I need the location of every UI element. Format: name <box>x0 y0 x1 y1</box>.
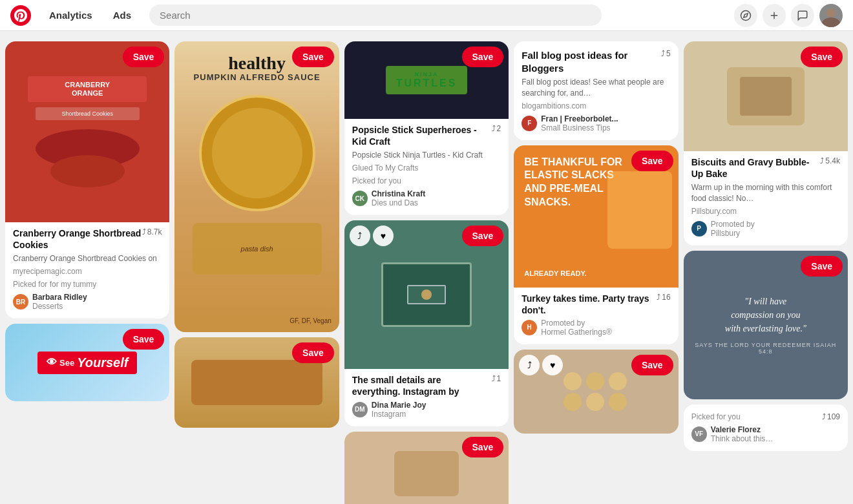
pin-card-compassion-quote[interactable]: "I will havecompassion on youwith everla… <box>684 251 848 399</box>
pin-card-see-yourself[interactable]: 👁 See Yourself Save <box>5 324 169 401</box>
svg-point-4 <box>827 8 836 17</box>
column-1: CRANBERRYORANGE Shortbread Cookies Save … <box>5 41 169 401</box>
user-info: H Promoted by Hormel Gatherings® <box>521 319 670 337</box>
user-board: Think about this… <box>711 434 774 443</box>
add-icon-btn[interactable] <box>763 4 786 27</box>
pin-card-fall-blog[interactable]: Fall blog post ideas for Bloggers ⤴ 5 Fa… <box>514 41 678 140</box>
user-info: P Promoted by Pillsbury <box>691 220 840 238</box>
user-avatar-small: VF <box>691 426 707 442</box>
pin-desc: Cranberry Orange Shortbread Cookies on <box>13 253 162 264</box>
save-button[interactable]: Save <box>801 256 843 277</box>
user-info: DM Dina Marie Joy Instagram <box>352 401 501 419</box>
user-name: Christina Kraft <box>372 189 425 198</box>
column-5: Save Biscuits and Gravy Bubble-Up Bake ⤴… <box>684 41 848 451</box>
pin-info: Picked for you ⤴ 109 VF Valerie Florez T… <box>684 404 848 451</box>
save-button[interactable]: Save <box>292 47 334 67</box>
save-icon: ⤴ <box>142 227 146 236</box>
save-button[interactable]: Save <box>462 437 504 457</box>
pin-card-biscuits-save[interactable]: Save ⤴ ♥ <box>514 350 678 434</box>
share-button[interactable]: ⤴ <box>350 226 370 246</box>
save-count: ⤴ 5 <box>661 49 671 58</box>
nav-analytics[interactable]: Analytics <box>41 6 100 25</box>
pin-grid: CRANBERRYORANGE Shortbread Cookies Save … <box>0 31 853 504</box>
user-info: F Fran | Freeborbolet... Small Business … <box>521 114 670 132</box>
user-name: Dina Marie Joy <box>372 401 426 410</box>
user-avatar-small: H <box>521 320 537 335</box>
save-button[interactable]: Save <box>123 329 165 350</box>
user-avatar-small: P <box>691 221 707 236</box>
user-board: Small Business Tips <box>541 123 618 132</box>
pin-info: The small details are everything. Instag… <box>344 369 509 426</box>
search-input[interactable] <box>149 5 602 26</box>
column-2: healthy Pumpkin Alfredo Sauce pasta dish… <box>174 41 339 428</box>
pinterest-logo[interactable] <box>10 5 31 26</box>
pin-title: Popsicle Stick Superheroes - Kid Craft <box>352 124 492 147</box>
svg-point-5 <box>822 17 840 27</box>
pin-card-hormel-ad[interactable]: BE THANKFUL FOR ELASTIC SLACKS AND PRE-M… <box>514 145 678 344</box>
masonry-grid: CRANBERRYORANGE Shortbread Cookies Save … <box>5 41 848 504</box>
user-board: Hormel Gatherings® <box>541 328 612 337</box>
user-avatar-small: BR <box>13 294 28 310</box>
pin-title: The small details are everything. Instag… <box>352 374 492 397</box>
pin-card-picked-item[interactable]: Picked for you ⤴ 109 VF Valerie Florez T… <box>684 404 848 451</box>
user-info: BR Barbara Ridley Desserts <box>13 293 162 311</box>
user-board: Desserts <box>32 302 87 311</box>
save-count: ⤴ 109 <box>822 412 840 421</box>
nav-ads[interactable]: Ads <box>105 6 139 25</box>
save-button[interactable]: Save <box>631 355 673 375</box>
promoted-label: Promoted by <box>541 319 612 328</box>
save-count: ⤴ 2 <box>492 124 501 133</box>
explore-icon-btn[interactable] <box>734 4 757 27</box>
user-info: VF Valerie Florez Think about this… <box>691 425 840 443</box>
user-avatar[interactable] <box>819 4 843 27</box>
user-board: Instagram <box>372 410 426 419</box>
header-right <box>734 4 843 27</box>
svg-marker-1 <box>744 13 748 17</box>
pin-card-food-col3[interactable]: Save <box>344 432 509 504</box>
pin-info: Fall blog post ideas for Bloggers ⤴ 5 Fa… <box>514 41 678 140</box>
pin-desc: Fall blog post ideas! See what people ar… <box>521 77 670 99</box>
save-button[interactable]: Save <box>462 226 504 246</box>
messages-icon-btn[interactable] <box>791 4 814 27</box>
pin-card-pumpkin-alfredo[interactable]: healthy Pumpkin Alfredo Sauce pasta dish… <box>174 41 339 332</box>
pin-card-teal-dresser[interactable]: Save ⤴ ♥ The small details are everythin… <box>344 220 509 426</box>
user-board: Pillsbury <box>711 229 755 238</box>
column-4: Fall blog post ideas for Bloggers ⤴ 5 Fa… <box>514 41 678 434</box>
save-button[interactable]: Save <box>462 47 504 67</box>
pin-info: Popsicle Stick Superheroes - Kid Craft ⤴… <box>344 119 509 215</box>
main-nav: Analytics Ads <box>41 6 139 25</box>
picked-for-label: Picked for you <box>691 412 741 421</box>
pin-title: Biscuits and Gravy Bubble-Up Bake <box>691 156 821 180</box>
pin-desc: Popsicle Stick Ninja Turtles - Kid Craft <box>352 150 501 161</box>
user-avatar-small: CK <box>352 191 368 206</box>
header: Analytics Ads <box>0 0 853 31</box>
pin-source: myrecipemagic.com <box>13 267 162 276</box>
like-button[interactable]: ♥ <box>542 355 563 375</box>
pin-source: Pillsbury.com <box>691 207 840 216</box>
user-name: Fran | Freeborbolet... <box>541 114 618 123</box>
like-button[interactable]: ♥ <box>373 226 394 246</box>
pin-card-biscuits-gravy[interactable]: Save Biscuits and Gravy Bubble-Up Bake ⤴… <box>684 41 848 246</box>
save-button[interactable]: Save <box>801 47 843 67</box>
user-info: CK Christina Kraft Dies und Das <box>352 189 501 207</box>
pin-card-cranberry-cookies[interactable]: CRANBERRYORANGE Shortbread Cookies Save … <box>5 41 169 319</box>
pin-info: Biscuits and Gravy Bubble-Up Bake ⤴ 5.4k… <box>684 151 848 246</box>
user-name: Valerie Florez <box>711 425 774 434</box>
pin-desc: Warm up in the morning with this comfort… <box>691 182 840 204</box>
save-count: ⤴ 8.7k <box>142 227 162 236</box>
pin-title: Fall blog post ideas for Bloggers <box>521 49 661 74</box>
user-avatar-small: F <box>521 116 537 131</box>
pin-card-ninja-turtles[interactable]: NINJA TURTLES Save Popsicle Stick Superh… <box>344 41 509 215</box>
pin-info: Turkey takes time. Party trays don't. ⤴ … <box>514 288 678 344</box>
save-button[interactable]: Save <box>631 151 673 171</box>
save-button[interactable]: Save <box>123 47 165 67</box>
pin-card-pasta2[interactable]: Save <box>174 337 339 428</box>
share-button[interactable]: ⤴ <box>519 355 540 375</box>
save-count: ⤴ 5.4k <box>820 156 840 165</box>
save-button[interactable]: Save <box>292 342 334 363</box>
promoted-label: Promoted by <box>711 220 755 229</box>
action-buttons: ⤴ ♥ <box>350 226 394 246</box>
picked-for: Picked for for my tummy <box>13 280 162 289</box>
action-buttons: ⤴ ♥ <box>519 355 563 375</box>
pin-info: Cranberry Orange Shortbread Cookies ⤴ 8.… <box>5 222 169 319</box>
